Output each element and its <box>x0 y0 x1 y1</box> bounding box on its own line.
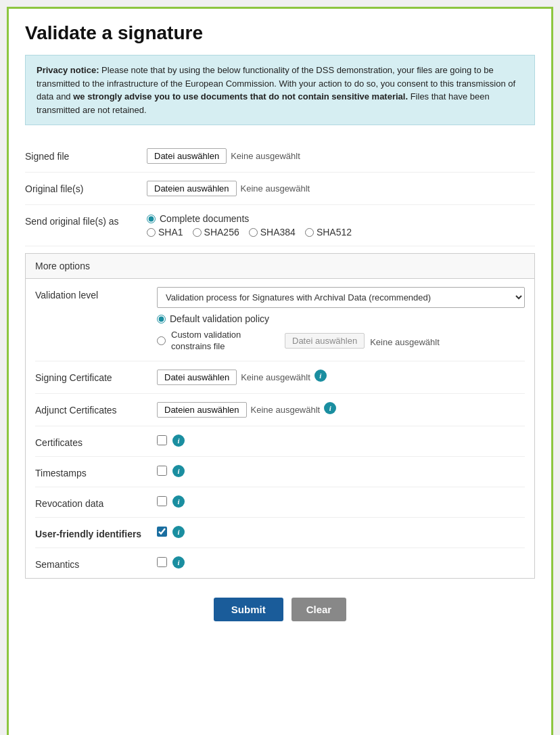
original-files-none: Keine ausgewählt <box>241 181 310 194</box>
signing-cert-none: Keine ausgewählt <box>241 370 310 382</box>
original-files-button[interactable]: Dateien auswählen <box>147 181 237 196</box>
adjunct-certs-info-icon[interactable]: i <box>324 402 336 414</box>
page-container: Validate a signature Privacy notice: Ple… <box>7 7 553 735</box>
privacy-label: Privacy notice: <box>37 65 99 75</box>
default-policy-label[interactable]: Default validation policy <box>170 313 269 324</box>
signed-file-row: Signed file Datei auswählen Keine ausgew… <box>25 140 535 173</box>
original-files-label: Original file(s) <box>25 181 147 194</box>
semantics-info-icon[interactable]: i <box>172 556 185 569</box>
user-friendly-checkbox[interactable] <box>157 527 167 537</box>
page-title: Validate a signature <box>25 22 535 44</box>
send-original-control: Complete documents SHA1 SHA256 SHA384 <box>147 213 535 238</box>
user-friendly-row: User-friendly identifiers i <box>35 518 525 548</box>
send-original-label: Send original file(s) as <box>25 213 147 227</box>
complete-docs-row: Complete documents <box>147 213 352 224</box>
certificates-checkbox[interactable] <box>157 435 167 445</box>
user-friendly-info-icon[interactable]: i <box>172 526 185 538</box>
semantics-checkbox-row: i <box>157 556 185 569</box>
sha512-label[interactable]: SHA512 <box>305 227 352 238</box>
signed-file-label: Signed file <box>25 148 147 162</box>
custom-policy-row: Custom validation constrains file Datei … <box>157 330 525 353</box>
custom-file-none: Keine ausgewählt <box>370 334 440 347</box>
certificates-label: Certificates <box>35 435 157 448</box>
sha1-radio[interactable] <box>147 228 156 237</box>
semantics-label: Semantics <box>35 556 157 570</box>
custom-file-button: Datei auswählen <box>285 333 365 349</box>
user-friendly-control: i <box>157 526 525 538</box>
validation-level-label: Validation level <box>35 287 157 300</box>
more-options-body: Validation level Validation process for … <box>26 279 534 578</box>
complete-docs-radio[interactable] <box>147 215 156 223</box>
signing-cert-row: Signing Certificate Datei auswählen Kein… <box>35 361 525 394</box>
revocation-label: Revocation data <box>35 495 157 509</box>
adjunct-certs-row: Adjunct Certificates Dateien auswählen K… <box>35 394 525 426</box>
validation-level-row: Validation level Validation process for … <box>35 279 525 361</box>
sha256-label[interactable]: SHA256 <box>193 227 239 238</box>
privacy-bold-text: we strongly advise you to use documents … <box>73 91 408 102</box>
submit-row: Submit Clear <box>25 598 535 621</box>
timestamps-row: Timestamps i <box>35 457 525 487</box>
validation-level-select[interactable]: Validation process for Signatures with A… <box>157 287 525 308</box>
timestamps-label: Timestamps <box>35 465 157 478</box>
adjunct-certs-label: Adjunct Certificates <box>35 402 157 416</box>
default-policy-row: Default validation policy <box>157 313 525 324</box>
signed-file-button[interactable]: Datei auswählen <box>147 148 227 164</box>
privacy-notice: Privacy notice: Please note that by usin… <box>25 55 535 125</box>
default-policy-radio[interactable] <box>157 315 166 324</box>
user-friendly-label: User-friendly identifiers <box>35 526 157 539</box>
custom-policy-radio[interactable] <box>157 336 166 345</box>
sha384-radio[interactable] <box>249 228 258 237</box>
sha512-radio[interactable] <box>305 228 314 237</box>
adjunct-certs-button[interactable]: Dateien auswählen <box>157 402 247 418</box>
send-original-row: Send original file(s) as Complete docume… <box>25 205 535 246</box>
certificates-info-icon[interactable]: i <box>172 435 185 447</box>
revocation-info-icon[interactable]: i <box>172 495 185 508</box>
clear-button[interactable]: Clear <box>291 598 347 621</box>
adjunct-certs-none: Keine ausgewählt <box>251 402 321 415</box>
timestamps-control: i <box>157 465 525 477</box>
signing-cert-control: Datei auswählen Keine ausgewählt i <box>157 370 525 385</box>
complete-docs-radio-label[interactable]: Complete documents <box>160 213 249 224</box>
validation-level-control: Validation process for Signatures with A… <box>157 287 525 353</box>
revocation-checkbox[interactable] <box>157 496 167 506</box>
signing-cert-label: Signing Certificate <box>35 370 157 383</box>
revocation-control: i <box>157 495 525 508</box>
submit-button[interactable]: Submit <box>214 598 283 621</box>
sha384-label[interactable]: SHA384 <box>249 227 296 238</box>
certificates-row: Certificates i <box>35 426 525 457</box>
timestamps-checkbox[interactable] <box>157 466 167 476</box>
semantics-control: i <box>157 556 525 569</box>
certificates-control: i <box>157 435 525 447</box>
signed-file-none: Keine ausgewählt <box>231 148 300 161</box>
certificates-checkbox-row: i <box>157 435 185 447</box>
adjunct-certs-control: Dateien auswählen Keine ausgewählt i <box>157 402 525 418</box>
hash-row: SHA1 SHA256 SHA384 SHA512 <box>147 227 352 238</box>
timestamps-checkbox-row: i <box>157 465 185 477</box>
custom-policy-label[interactable]: Custom validation constrains file <box>171 330 279 353</box>
original-files-control: Dateien auswählen Keine ausgewählt <box>147 181 535 196</box>
semantics-checkbox[interactable] <box>157 557 167 567</box>
original-files-row: Original file(s) Dateien auswählen Keine… <box>25 173 535 205</box>
semantics-row: Semantics i <box>35 548 525 578</box>
more-options-header: More options <box>26 254 534 279</box>
timestamps-info-icon[interactable]: i <box>172 465 185 477</box>
signing-cert-info-icon[interactable]: i <box>314 370 327 382</box>
signing-cert-button[interactable]: Datei auswählen <box>157 370 237 385</box>
sha256-radio[interactable] <box>193 228 202 237</box>
send-original-radio-group: Complete documents SHA1 SHA256 SHA384 <box>147 213 352 238</box>
revocation-row: Revocation data i <box>35 487 525 518</box>
signed-file-control: Datei auswählen Keine ausgewählt <box>147 148 535 164</box>
revocation-checkbox-row: i <box>157 495 185 508</box>
user-friendly-checkbox-row: i <box>157 526 185 538</box>
sha1-label[interactable]: SHA1 <box>147 227 183 238</box>
more-options-section: More options Validation level Validation… <box>25 253 535 579</box>
